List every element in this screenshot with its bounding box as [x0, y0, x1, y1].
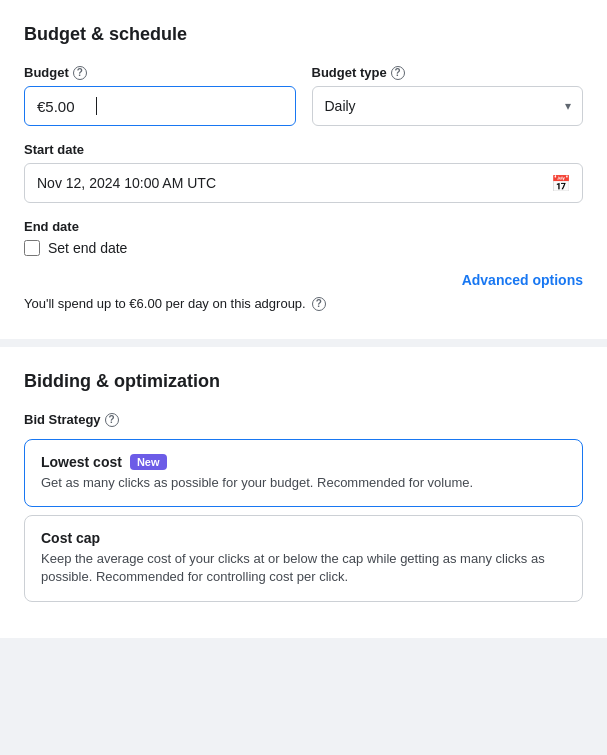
- budget-schedule-section: Budget & schedule Budget ? Budget type ?…: [0, 0, 607, 339]
- lowest-cost-title: Lowest cost: [41, 454, 122, 470]
- advanced-options-row: Advanced options: [24, 272, 583, 288]
- bid-option-lowest-cost[interactable]: Lowest cost New Get as many clicks as po…: [24, 439, 583, 507]
- start-date-label: Start date: [24, 142, 583, 157]
- bidding-optimization-section: Bidding & optimization Bid Strategy ? Lo…: [0, 347, 607, 638]
- budget-label: Budget ?: [24, 65, 296, 80]
- bid-option-cost-cap-header: Cost cap: [41, 530, 566, 546]
- start-date-input-wrapper: 📅: [24, 163, 583, 203]
- end-date-field-group: End date Set end date: [24, 219, 583, 256]
- budget-input[interactable]: [24, 86, 296, 126]
- budget-schedule-title: Budget & schedule: [24, 24, 583, 45]
- bid-strategy-help-icon[interactable]: ?: [105, 413, 119, 427]
- budget-type-row: Budget ? Budget type ? Daily Lifetime ▾: [24, 65, 583, 142]
- cost-cap-desc: Keep the average cost of your clicks at …: [41, 550, 566, 586]
- spend-info-help-icon[interactable]: ?: [312, 297, 326, 311]
- budget-type-help-icon[interactable]: ?: [391, 66, 405, 80]
- set-end-date-row: Set end date: [24, 240, 583, 256]
- bidding-title: Bidding & optimization: [24, 371, 583, 392]
- advanced-options-link[interactable]: Advanced options: [462, 272, 583, 288]
- cursor-indicator: [96, 97, 97, 115]
- budget-type-select-wrapper: Daily Lifetime ▾: [312, 86, 584, 126]
- new-badge: New: [130, 454, 167, 470]
- budget-type-select[interactable]: Daily Lifetime: [312, 86, 584, 126]
- start-date-field-group: Start date 📅: [24, 142, 583, 203]
- spend-info: You'll spend up to €6.00 per day on this…: [24, 296, 583, 311]
- budget-type-field-group: Budget type ? Daily Lifetime ▾: [312, 65, 584, 126]
- bid-strategy-label: Bid Strategy ?: [24, 412, 583, 427]
- budget-type-label: Budget type ?: [312, 65, 584, 80]
- end-date-label: End date: [24, 219, 583, 234]
- budget-help-icon[interactable]: ?: [73, 66, 87, 80]
- bid-option-lowest-cost-header: Lowest cost New: [41, 454, 566, 470]
- bid-option-cost-cap[interactable]: Cost cap Keep the average cost of your c…: [24, 515, 583, 601]
- cost-cap-title: Cost cap: [41, 530, 100, 546]
- start-date-input[interactable]: [24, 163, 583, 203]
- budget-input-container: [24, 86, 296, 126]
- lowest-cost-desc: Get as many clicks as possible for your …: [41, 474, 566, 492]
- set-end-date-label[interactable]: Set end date: [48, 240, 127, 256]
- budget-field-group: Budget ?: [24, 65, 296, 126]
- set-end-date-checkbox[interactable]: [24, 240, 40, 256]
